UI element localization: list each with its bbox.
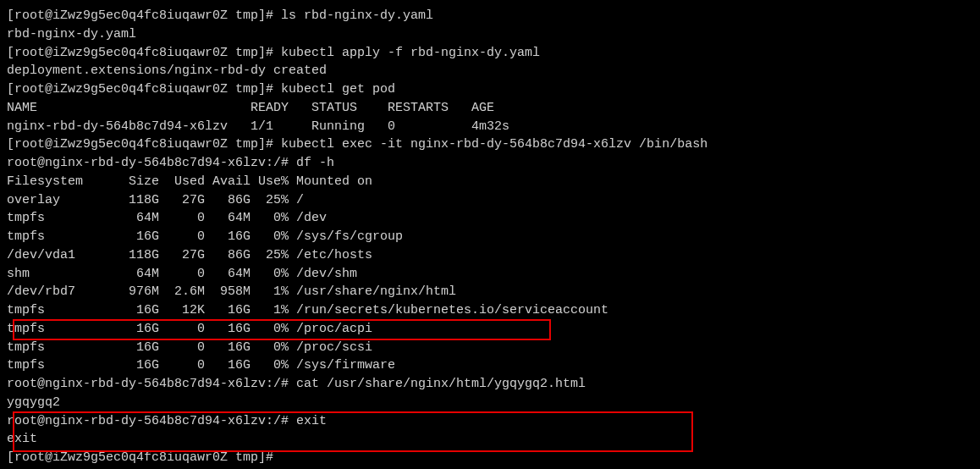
terminal-line-prompt: root@nginx-rbd-dy-564b8c7d94-x6lzv:/# ex… bbox=[7, 412, 973, 431]
df-header: Filesystem Size Used Avail Use% Mounted … bbox=[7, 173, 973, 191]
terminal-line-prompt: root@nginx-rbd-dy-564b8c7d94-x6lzv:/# ca… bbox=[7, 375, 973, 394]
terminal-line-output: deployment.extensions/nginx-rbd-dy creat… bbox=[7, 62, 973, 80]
terminal-line-prompt-active[interactable]: [root@iZwz9g5ec0q4fc8iuqawr0Z tmp]# bbox=[7, 449, 973, 467]
df-row: tmpfs 16G 0 16G 0% /proc/acpi bbox=[7, 320, 973, 339]
terminal-line-prompt: [root@iZwz9g5ec0q4fc8iuqawr0Z tmp]# kube… bbox=[7, 135, 973, 154]
df-row: overlay 118G 27G 86G 25% / bbox=[7, 191, 973, 210]
df-row-highlighted: /dev/rbd7 976M 2.6M 958M 1% /usr/share/n… bbox=[7, 283, 973, 301]
df-row: /dev/vda1 118G 27G 86G 25% /etc/hosts bbox=[7, 246, 973, 265]
terminal-line-output: rbd-nginx-dy.yaml bbox=[7, 25, 973, 44]
terminal-line-prompt: [root@iZwz9g5ec0q4fc8iuqawr0Z tmp]# kube… bbox=[7, 80, 973, 99]
terminal-output[interactable]: [root@iZwz9g5ec0q4fc8iuqawr0Z tmp]# ls r… bbox=[7, 7, 973, 467]
df-row: tmpfs 16G 0 16G 0% /sys/fs/cgroup bbox=[7, 228, 973, 246]
df-row: tmpfs 16G 0 16G 0% /sys/firmware bbox=[7, 356, 973, 375]
df-row: tmpfs 64M 0 64M 0% /dev bbox=[7, 209, 973, 228]
table-row: nginx-rbd-dy-564b8c7d94-x6lzv 1/1 Runnin… bbox=[7, 118, 973, 136]
df-row: tmpfs 16G 12K 16G 1% /run/secrets/kubern… bbox=[7, 301, 973, 320]
table-header: NAME READY STATUS RESTARTS AGE bbox=[7, 99, 973, 118]
terminal-line-prompt: [root@iZwz9g5ec0q4fc8iuqawr0Z tmp]# ls r… bbox=[7, 7, 973, 25]
df-row: tmpfs 16G 0 16G 0% /proc/scsi bbox=[7, 339, 973, 357]
terminal-line-output: exit bbox=[7, 430, 973, 449]
terminal-line-output: ygqygq2 bbox=[7, 394, 973, 412]
terminal-line-prompt: root@nginx-rbd-dy-564b8c7d94-x6lzv:/# df… bbox=[7, 154, 973, 173]
df-row: shm 64M 0 64M 0% /dev/shm bbox=[7, 265, 973, 284]
terminal-line-prompt: [root@iZwz9g5ec0q4fc8iuqawr0Z tmp]# kube… bbox=[7, 44, 973, 63]
